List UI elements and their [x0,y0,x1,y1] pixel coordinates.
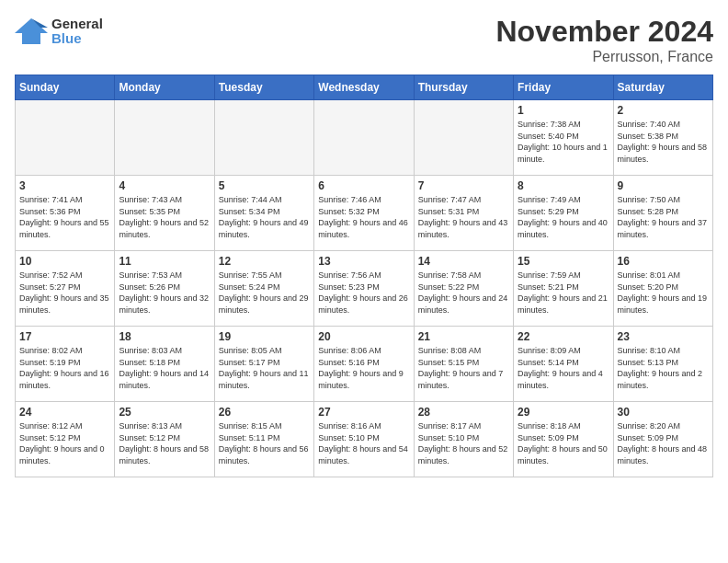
day-detail: Sunrise: 8:01 AM Sunset: 5:20 PM Dayligh… [618,270,709,316]
header-friday: Friday [514,75,613,100]
day-detail: Sunrise: 7:46 AM Sunset: 5:32 PM Dayligh… [318,194,409,240]
day-detail: Sunrise: 8:05 AM Sunset: 5:17 PM Dayligh… [219,345,310,391]
day-number: 21 [418,330,509,343]
calendar-cell-w4d1: 25Sunrise: 8:13 AM Sunset: 5:12 PM Dayli… [115,402,214,477]
day-detail: Sunrise: 7:40 AM Sunset: 5:38 PM Dayligh… [618,119,709,165]
day-detail: Sunrise: 7:55 AM Sunset: 5:24 PM Dayligh… [219,270,310,316]
day-detail: Sunrise: 7:52 AM Sunset: 5:27 PM Dayligh… [19,270,110,316]
day-detail: Sunrise: 7:44 AM Sunset: 5:34 PM Dayligh… [219,194,310,240]
day-detail: Sunrise: 7:47 AM Sunset: 5:31 PM Dayligh… [418,194,509,240]
calendar-cell-w2d3: 13Sunrise: 7:56 AM Sunset: 5:23 PM Dayli… [314,251,414,327]
day-number: 10 [19,255,110,268]
day-detail: Sunrise: 7:59 AM Sunset: 5:21 PM Dayligh… [518,270,609,316]
calendar-cell-w1d3: 6Sunrise: 7:46 AM Sunset: 5:32 PM Daylig… [314,176,414,251]
day-number: 1 [518,104,609,117]
calendar-cell-w0d1 [115,100,214,176]
day-number: 16 [618,255,709,268]
month-title: November 2024 [495,15,713,49]
calendar-cell-w3d5: 22Sunrise: 8:09 AM Sunset: 5:14 PM Dayli… [514,327,613,402]
header-row: Sunday Monday Tuesday Wednesday Thursday… [16,75,713,100]
calendar-cell-w3d0: 17Sunrise: 8:02 AM Sunset: 5:19 PM Dayli… [16,327,115,402]
day-detail: Sunrise: 8:12 AM Sunset: 5:12 PM Dayligh… [19,420,110,466]
day-detail: Sunrise: 8:13 AM Sunset: 5:12 PM Dayligh… [119,420,210,466]
calendar-cell-w2d5: 15Sunrise: 7:59 AM Sunset: 5:21 PM Dayli… [514,251,613,327]
calendar-cell-w4d6: 30Sunrise: 8:20 AM Sunset: 5:09 PM Dayli… [613,402,712,477]
day-detail: Sunrise: 7:49 AM Sunset: 5:29 PM Dayligh… [518,194,609,240]
week-row-2: 10Sunrise: 7:52 AM Sunset: 5:27 PM Dayli… [16,251,713,327]
page: General Blue November 2024 Perrusson, Fr… [0,0,728,485]
day-detail: Sunrise: 7:50 AM Sunset: 5:28 PM Dayligh… [618,194,709,240]
header-monday: Monday [115,75,214,100]
calendar-cell-w1d1: 4Sunrise: 7:43 AM Sunset: 5:35 PM Daylig… [115,176,214,251]
day-number: 14 [418,255,509,268]
logo-general: General [51,17,103,32]
day-number: 4 [119,179,210,192]
day-number: 23 [618,330,709,343]
day-number: 17 [19,330,110,343]
day-number: 24 [19,406,110,419]
calendar-cell-w0d3 [314,100,414,176]
svg-marker-0 [15,18,48,44]
header-sunday: Sunday [16,75,115,100]
calendar-cell-w4d4: 28Sunrise: 8:17 AM Sunset: 5:10 PM Dayli… [414,402,513,477]
calendar-cell-w1d4: 7Sunrise: 7:47 AM Sunset: 5:31 PM Daylig… [414,176,513,251]
day-detail: Sunrise: 8:16 AM Sunset: 5:10 PM Dayligh… [318,420,409,466]
day-number: 5 [219,179,310,192]
calendar-cell-w0d5: 1Sunrise: 7:38 AM Sunset: 5:40 PM Daylig… [514,100,613,176]
header-tuesday: Tuesday [214,75,313,100]
day-number: 12 [219,255,310,268]
calendar-cell-w3d6: 23Sunrise: 8:10 AM Sunset: 5:13 PM Dayli… [613,327,712,402]
day-number: 25 [119,406,210,419]
calendar-cell-w1d0: 3Sunrise: 7:41 AM Sunset: 5:36 PM Daylig… [16,176,115,251]
calendar-cell-w2d1: 11Sunrise: 7:53 AM Sunset: 5:26 PM Dayli… [115,251,214,327]
logo: General Blue [15,15,103,48]
header-saturday: Saturday [613,75,712,100]
logo-bird-icon [15,15,48,48]
day-detail: Sunrise: 7:43 AM Sunset: 5:35 PM Dayligh… [119,194,210,240]
day-number: 29 [518,406,609,419]
calendar-cell-w0d0 [16,100,115,176]
day-number: 26 [219,406,310,419]
day-number: 3 [19,179,110,192]
calendar-cell-w2d4: 14Sunrise: 7:58 AM Sunset: 5:22 PM Dayli… [414,251,513,327]
header-wednesday: Wednesday [314,75,414,100]
day-number: 2 [618,104,709,117]
calendar-cell-w1d2: 5Sunrise: 7:44 AM Sunset: 5:34 PM Daylig… [214,176,313,251]
day-detail: Sunrise: 8:18 AM Sunset: 5:09 PM Dayligh… [518,420,609,466]
day-number: 18 [119,330,210,343]
calendar-cell-w0d2 [214,100,313,176]
day-detail: Sunrise: 8:08 AM Sunset: 5:15 PM Dayligh… [418,345,509,391]
day-number: 28 [418,406,509,419]
day-detail: Sunrise: 7:56 AM Sunset: 5:23 PM Dayligh… [318,270,409,316]
day-number: 13 [318,255,409,268]
day-number: 9 [618,179,709,192]
day-number: 15 [518,255,609,268]
day-detail: Sunrise: 8:02 AM Sunset: 5:19 PM Dayligh… [19,345,110,391]
calendar-cell-w3d1: 18Sunrise: 8:03 AM Sunset: 5:18 PM Dayli… [115,327,214,402]
day-detail: Sunrise: 8:15 AM Sunset: 5:11 PM Dayligh… [219,420,310,466]
calendar-cell-w2d0: 10Sunrise: 7:52 AM Sunset: 5:27 PM Dayli… [16,251,115,327]
calendar-cell-w0d6: 2Sunrise: 7:40 AM Sunset: 5:38 PM Daylig… [613,100,712,176]
day-number: 8 [518,179,609,192]
calendar-cell-w1d5: 8Sunrise: 7:49 AM Sunset: 5:29 PM Daylig… [514,176,613,251]
day-number: 11 [119,255,210,268]
day-detail: Sunrise: 8:20 AM Sunset: 5:09 PM Dayligh… [618,420,709,466]
day-number: 20 [318,330,409,343]
day-number: 30 [618,406,709,419]
day-detail: Sunrise: 7:58 AM Sunset: 5:22 PM Dayligh… [418,270,509,316]
day-number: 19 [219,330,310,343]
calendar-cell-w4d2: 26Sunrise: 8:15 AM Sunset: 5:11 PM Dayli… [214,402,313,477]
calendar-cell-w4d0: 24Sunrise: 8:12 AM Sunset: 5:12 PM Dayli… [16,402,115,477]
day-number: 27 [318,406,409,419]
week-row-0: 1Sunrise: 7:38 AM Sunset: 5:40 PM Daylig… [16,100,713,176]
day-detail: Sunrise: 8:10 AM Sunset: 5:13 PM Dayligh… [618,345,709,391]
week-row-3: 17Sunrise: 8:02 AM Sunset: 5:19 PM Dayli… [16,327,713,402]
calendar-cell-w2d2: 12Sunrise: 7:55 AM Sunset: 5:24 PM Dayli… [214,251,313,327]
day-number: 22 [518,330,609,343]
calendar-cell-w2d6: 16Sunrise: 8:01 AM Sunset: 5:20 PM Dayli… [613,251,712,327]
day-detail: Sunrise: 8:03 AM Sunset: 5:18 PM Dayligh… [119,345,210,391]
header: General Blue November 2024 Perrusson, Fr… [15,15,713,65]
calendar-cell-w4d5: 29Sunrise: 8:18 AM Sunset: 5:09 PM Dayli… [514,402,613,477]
day-detail: Sunrise: 8:17 AM Sunset: 5:10 PM Dayligh… [418,420,509,466]
week-row-4: 24Sunrise: 8:12 AM Sunset: 5:12 PM Dayli… [16,402,713,477]
